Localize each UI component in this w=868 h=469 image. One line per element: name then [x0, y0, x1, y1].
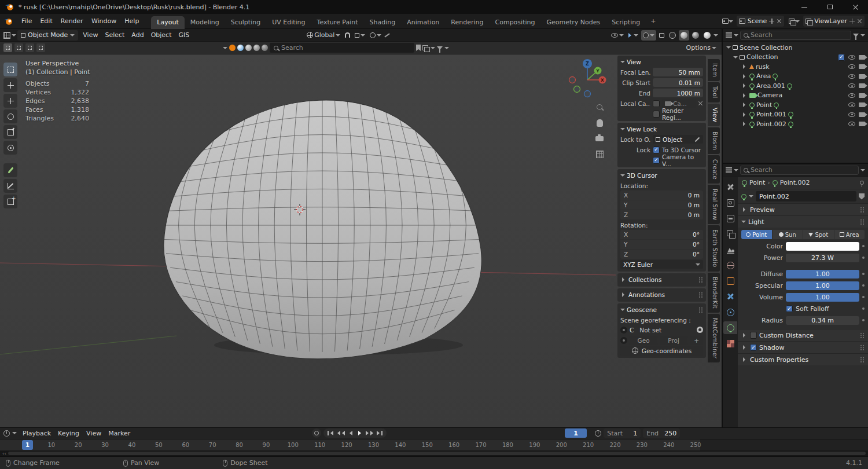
outliner-row-area-001[interactable]: Area.001: [723, 81, 868, 91]
n-panel-tab[interactable]: View: [708, 104, 720, 126]
filter-icon[interactable]: [437, 46, 443, 50]
light-type-area-button[interactable]: Area: [834, 230, 865, 239]
shield-icon[interactable]: [859, 193, 865, 200]
custom-distance-checkbox[interactable]: [750, 332, 757, 339]
xray-toggle[interactable]: [657, 30, 666, 41]
cursor-location-field[interactable]: X0 m: [620, 190, 703, 200]
render-visibility-icon[interactable]: [859, 83, 865, 88]
animate-dot-icon[interactable]: [862, 257, 865, 259]
volume-slider[interactable]: 1.00: [786, 293, 859, 302]
tool-measure[interactable]: [3, 179, 17, 193]
tool-rotate[interactable]: [3, 109, 17, 123]
outliner-search-input[interactable]: [751, 31, 848, 39]
properties-tab-render[interactable]: [723, 196, 737, 209]
editor-type-properties-icon[interactable]: [726, 167, 732, 173]
properties-tab-modifiers[interactable]: [723, 290, 737, 303]
hide-eye-icon[interactable]: [848, 93, 855, 98]
properties-tab-physics[interactable]: [723, 306, 737, 318]
outliner-filter-icon[interactable]: [853, 34, 859, 37]
value-field[interactable]: 0.01 m: [653, 78, 703, 87]
next-keyframe-button[interactable]: [365, 428, 374, 438]
viewlayer-selector[interactable]: ViewLayer: [803, 16, 865, 27]
ortho-toggle-icon[interactable]: [594, 149, 605, 159]
soft-falloff-checkbox[interactable]: [786, 305, 793, 312]
viewlayer-name[interactable]: ViewLayer: [814, 17, 847, 25]
clear-camera-icon[interactable]: [698, 101, 703, 106]
properties-search-field[interactable]: [740, 166, 859, 175]
properties-tab-object-data[interactable]: [723, 321, 737, 334]
playhead[interactable]: 1: [22, 440, 33, 450]
light-type-point-button[interactable]: Point: [741, 230, 772, 239]
sort-list-icon[interactable]: [422, 45, 429, 51]
panel-light-header[interactable]: Light: [738, 215, 868, 228]
properties-tab-tool[interactable]: [723, 181, 737, 193]
hide-eye-icon[interactable]: [848, 102, 855, 107]
timeline-menu[interactable]: Playback: [19, 430, 54, 437]
viewport-menu[interactable]: Select: [101, 31, 128, 39]
remove-viewlayer-icon[interactable]: [857, 19, 862, 24]
panel-collections-header[interactable]: Collections: [620, 275, 703, 284]
mesh-object[interactable]: [163, 98, 482, 359]
animate-dot-icon[interactable]: [862, 284, 865, 287]
outliner-row-collection[interactable]: Collection: [723, 53, 868, 63]
zoom-icon[interactable]: [594, 102, 605, 112]
rotation-mode-dropdown[interactable]: XYZ Euler: [620, 260, 703, 269]
transform-orientation-dropdown[interactable]: Global: [305, 30, 342, 41]
timeline-scrollbar[interactable]: ‹‹: [0, 450, 868, 456]
diffuse-slider[interactable]: 1.00: [786, 270, 859, 279]
blender-menu-icon[interactable]: [3, 17, 13, 25]
lock-to-object-field[interactable]: Object: [653, 135, 703, 144]
properties-tab-texture[interactable]: [723, 337, 737, 350]
cursor-rotation-field[interactable]: Y0°: [620, 240, 703, 249]
editor-type-3dview-icon[interactable]: [3, 32, 10, 39]
n-panel-tab[interactable]: Real Snow: [708, 185, 720, 224]
n-panel-tab[interactable]: Earth Studio: [708, 225, 720, 271]
current-frame-field[interactable]: 1: [565, 428, 587, 438]
drag-handle-icon[interactable]: [698, 292, 703, 298]
timeline-menu[interactable]: Marker: [105, 430, 134, 437]
shading-material-button[interactable]: [690, 30, 701, 41]
local-camera-checkbox[interactable]: [653, 100, 660, 107]
timeline-menu[interactable]: View: [83, 430, 105, 437]
expand-icon[interactable]: [733, 56, 738, 61]
pan-hand-icon[interactable]: [594, 118, 605, 128]
drag-handle-icon[interactable]: [860, 332, 865, 339]
editor-type-timeline-icon[interactable]: [3, 430, 10, 437]
auto-keying-toggle[interactable]: [312, 428, 321, 438]
workspace-tab[interactable]: Layout: [151, 16, 184, 29]
asset-model-icon[interactable]: [229, 45, 236, 51]
panel-3d-cursor-header[interactable]: 3D Cursor: [620, 171, 703, 180]
editor-type-outliner-icon[interactable]: [726, 32, 732, 38]
light-color-swatch[interactable]: [786, 242, 859, 251]
snap-target-dropdown[interactable]: [353, 30, 367, 41]
select-mode-extend-button[interactable]: [14, 43, 23, 52]
geo-button[interactable]: Geo: [630, 336, 657, 345]
render-visibility-icon[interactable]: [859, 112, 865, 117]
add-crs-button[interactable]: +: [690, 336, 703, 345]
hide-eye-icon[interactable]: [848, 64, 855, 69]
expand-icon[interactable]: [743, 93, 748, 98]
render-visibility-icon[interactable]: [859, 102, 865, 107]
asset-search-input[interactable]: [281, 44, 410, 52]
render-region-checkbox[interactable]: [653, 111, 660, 118]
cursor-rotation-field[interactable]: Z0°: [620, 250, 703, 259]
outliner-row-camera[interactable]: Camera: [723, 91, 868, 101]
shading-solid-button[interactable]: [679, 30, 689, 41]
outliner-row-point-001[interactable]: Point.001: [723, 110, 868, 120]
cursor-location-field[interactable]: Y0 m: [620, 200, 703, 210]
render-visibility-icon[interactable]: [859, 55, 865, 60]
properties-search-input[interactable]: [751, 166, 855, 174]
n-panel-tab[interactable]: Item: [708, 59, 720, 81]
scrollbar-handle[interactable]: [8, 452, 866, 455]
jump-to-start-button[interactable]: [326, 428, 335, 438]
gear-icon[interactable]: [697, 327, 703, 333]
snap-toggle[interactable]: [343, 30, 352, 41]
proportional-editing-dropdown[interactable]: [368, 30, 383, 41]
n-panel-tab[interactable]: Create: [708, 155, 720, 184]
animate-dot-icon[interactable]: [862, 319, 865, 321]
properties-tab-output[interactable]: [723, 212, 737, 225]
properties-editor-chevron-icon[interactable]: [734, 169, 738, 174]
outliner-row-rusk[interactable]: rusk: [723, 62, 868, 72]
workspace-tab[interactable]: Sculpting: [225, 16, 266, 29]
mode-dropdown[interactable]: Object Mode: [17, 30, 78, 41]
